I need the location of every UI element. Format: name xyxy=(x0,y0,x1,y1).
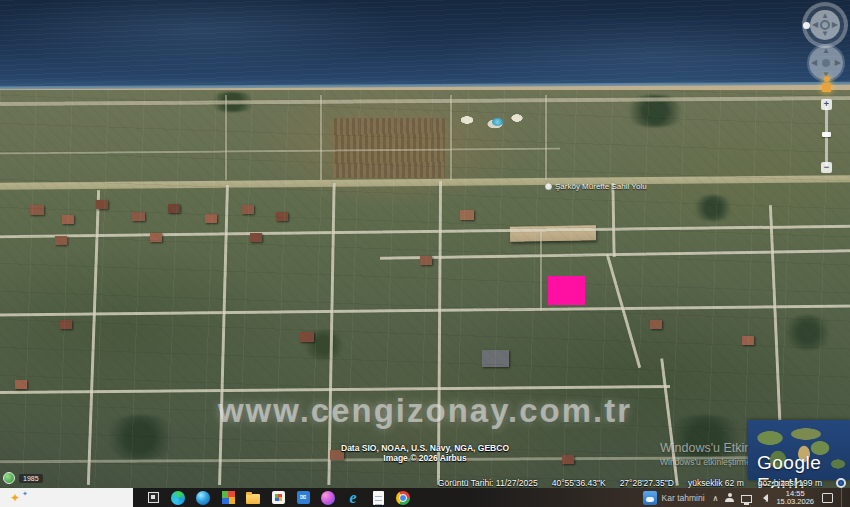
north-knob[interactable] xyxy=(803,22,810,29)
place-label-text: Şarköy Mürefte Sahil Yolu xyxy=(555,182,647,191)
vignette xyxy=(0,0,850,507)
edge-beta-button[interactable] xyxy=(170,490,186,506)
weather-widget[interactable]: Kar tahmini xyxy=(643,491,705,505)
poi-icon xyxy=(545,183,552,190)
photos-button[interactable] xyxy=(220,490,236,506)
move-left-arrow[interactable]: ◀ xyxy=(811,59,817,67)
paint3d-icon xyxy=(321,491,335,505)
tray-expand-chevron[interactable]: ∧ xyxy=(713,494,719,503)
file-explorer-icon xyxy=(246,494,260,504)
look-joystick[interactable]: ▲ ▼ ◀ ▶ xyxy=(802,2,848,48)
pegman-body xyxy=(822,83,831,92)
internet-explorer-icon: e xyxy=(349,490,356,506)
place-label[interactable]: Şarköy Mürefte Sahil Yolu xyxy=(545,182,647,191)
store-icon xyxy=(272,491,285,504)
edge-button[interactable] xyxy=(195,490,211,506)
zoom-slider[interactable]: + − xyxy=(821,99,832,173)
taskbar-clock[interactable]: 14:55 15.03.2026 xyxy=(776,490,814,506)
look-right-arrow[interactable]: ▶ xyxy=(832,21,838,29)
windows-taskbar: ✦ ✦ ✉ e Kar tahmini ∧ xyxy=(0,488,850,507)
task-view-button[interactable] xyxy=(145,490,161,506)
edge-icon xyxy=(196,491,210,505)
zoom-in-button[interactable]: + xyxy=(821,99,832,110)
move-right-arrow[interactable]: ▶ xyxy=(835,59,841,67)
file-explorer-button[interactable] xyxy=(245,490,261,506)
people-icon[interactable] xyxy=(725,493,734,502)
photos-mosaic-icon xyxy=(222,491,235,504)
pegman-icon[interactable] xyxy=(820,76,833,94)
weather-label: Kar tahmini xyxy=(662,493,705,503)
elevation: yükseklik 62 m xyxy=(688,478,744,488)
google-earth-window: Şarköy Mürefte Sahil Yolu www.cengizonay… xyxy=(0,0,850,507)
paint3d-button[interactable] xyxy=(320,490,336,506)
move-up-arrow[interactable]: ▲ xyxy=(822,47,830,55)
zoom-out-button[interactable]: − xyxy=(821,162,832,173)
look-center-eye[interactable] xyxy=(820,20,830,30)
eye-altitude: göz hizası 199 m xyxy=(758,478,822,488)
notepad-icon xyxy=(373,491,384,505)
internet-explorer-button[interactable]: e xyxy=(345,490,361,506)
system-tray: ∧ xyxy=(713,493,769,503)
longitude: 27°28'27.35"D xyxy=(620,478,674,488)
zoom-handle[interactable] xyxy=(822,132,831,137)
image-date: Görüntü Tarihi: 11/27/2025 xyxy=(438,478,538,488)
clock-date: 15.03.2026 xyxy=(776,498,814,506)
move-center-dot[interactable] xyxy=(822,59,830,67)
edge-beta-icon xyxy=(171,491,185,505)
taskbar-search-box[interactable]: ✦ ✦ xyxy=(0,488,133,507)
taskbar-apps: ✉ e xyxy=(145,490,411,506)
task-view-icon xyxy=(148,492,159,503)
action-center-icon[interactable] xyxy=(822,493,833,503)
search-highlight-icon-small: ✦ xyxy=(22,490,28,498)
look-left-arrow[interactable]: ◀ xyxy=(812,21,818,29)
streaming-indicator-icon xyxy=(836,478,846,488)
taskbar-right: Kar tahmini ∧ 14:55 15.03.2026 xyxy=(643,488,850,507)
look-down-arrow[interactable]: ▼ xyxy=(821,30,829,38)
chrome-icon xyxy=(396,491,410,505)
look-up-arrow[interactable]: ▲ xyxy=(821,12,829,20)
notepad-button[interactable] xyxy=(370,490,386,506)
search-highlight-icon: ✦ xyxy=(10,492,20,504)
network-icon[interactable] xyxy=(741,495,752,503)
mail-button[interactable]: ✉ xyxy=(295,490,311,506)
status-bar: Görüntü Tarihi: 11/27/2025 40°55'36.43"K… xyxy=(0,477,846,488)
chrome-button[interactable] xyxy=(395,490,411,506)
store-button[interactable] xyxy=(270,490,286,506)
show-desktop-button[interactable] xyxy=(841,488,846,507)
move-joystick[interactable]: ▲ ▼ ◀ ▶ xyxy=(809,46,843,80)
look-joystick-disc[interactable]: ▲ ▼ ◀ ▶ xyxy=(810,10,840,40)
highlighted-parcel[interactable] xyxy=(548,276,585,305)
weather-icon xyxy=(643,491,657,505)
latitude: 40°55'36.43"K xyxy=(552,478,606,488)
realtor-watermark: www.cengizonay.com.tr xyxy=(0,392,850,430)
pegman-head xyxy=(824,76,830,82)
mail-icon: ✉ xyxy=(297,491,310,504)
volume-icon[interactable] xyxy=(759,494,768,502)
